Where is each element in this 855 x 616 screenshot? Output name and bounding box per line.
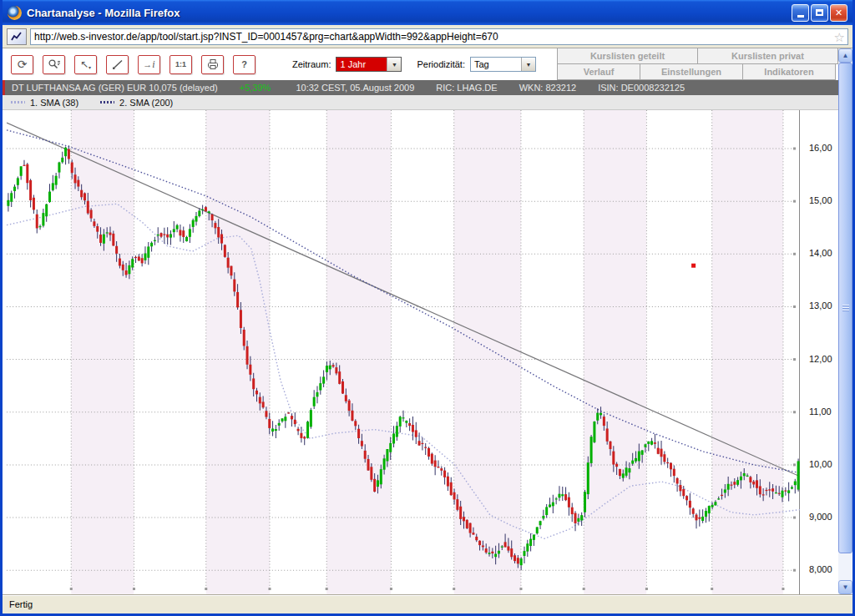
tab-kurslisten-geteilt[interactable]: Kurslisten geteilt	[557, 48, 698, 64]
refresh-tool-button[interactable]: ⟳	[11, 55, 33, 74]
chevron-down-icon: ▼	[387, 58, 401, 71]
close-button[interactable]: ✕	[830, 4, 847, 22]
chart-legend: 1. SMA (38)2. SMA (200)	[3, 95, 838, 110]
one-to-one-icon: 1:1	[175, 60, 186, 68]
trendline-tool-button[interactable]	[106, 55, 129, 74]
legend-swatch-icon	[100, 101, 114, 104]
info-tool-button[interactable]: →i	[138, 55, 160, 74]
tab-indikatoren[interactable]: Indikatoren	[742, 63, 836, 80]
arrow-down-icon: ▼	[842, 583, 849, 591]
legend-item-sma200: 2. SMA (200)	[100, 98, 173, 108]
window-title: Chartanalyse - Mozilla Firefox	[27, 7, 180, 19]
ric-code: RIC: LHAG.DE	[436, 83, 497, 93]
zeitraum-select[interactable]: 1 Jahr ▼	[336, 57, 402, 72]
y-axis-label: 15,00	[809, 195, 832, 205]
pointer-icon: ↖▾	[80, 58, 91, 70]
print-tool-button[interactable]	[201, 55, 224, 74]
maximize-icon	[816, 9, 823, 16]
right-tab-buttons: Kurslisten geteiltKurslisten privat Verl…	[558, 48, 838, 80]
status-bar: Fertig	[3, 594, 852, 613]
y-axis-label: 9,000	[809, 512, 832, 522]
url-toolbar: ☆	[3, 25, 852, 48]
y-axis-label: 10,00	[809, 459, 832, 469]
refresh-icon: ⟳	[18, 58, 28, 71]
scrollbar-track[interactable]	[838, 553, 852, 580]
y-axis-label: 13,00	[809, 300, 832, 311]
chevron-down-icon: ▼	[521, 58, 535, 71]
maximize-button[interactable]	[811, 4, 828, 22]
y-axis-label: 11,00	[809, 406, 832, 417]
instrument-info-bar: DT LUFTHANSA AG (GER) EUR 10,075 (delaye…	[3, 80, 838, 95]
firefox-icon	[8, 6, 22, 20]
chart-area: 16,0015,0014,0013,0012,0011,0010,009,000…	[3, 110, 838, 594]
tab-einstellungen[interactable]: Einstellungen	[640, 63, 743, 80]
pointer-tool-button[interactable]: ↖▾	[74, 55, 97, 74]
chart-plot[interactable]	[7, 110, 800, 594]
y-axis-label: 12,00	[809, 354, 832, 364]
help-icon: ?	[241, 59, 247, 69]
scrollbar-thumb[interactable]	[838, 63, 852, 553]
chart-favicon-icon	[10, 31, 23, 42]
scroll-down-button[interactable]: ▼	[838, 580, 852, 594]
periodizitaet-select[interactable]: Tag ▼	[470, 57, 536, 72]
instrument-name: DT LUFTHANSA AG (GER) EUR 10,075 (delaye…	[12, 83, 218, 93]
y-axis-label: 14,00	[809, 248, 832, 258]
tab-verlauf[interactable]: Verlauf	[557, 63, 640, 80]
legend-label: 1. SMA (38)	[30, 98, 78, 108]
status-text: Fertig	[9, 599, 33, 609]
tab-kurslisten-privat[interactable]: Kurslisten privat	[697, 48, 838, 64]
url-input[interactable]	[31, 30, 847, 43]
quote-datetime: 10:32 CEST, 05.August 2009	[296, 83, 414, 93]
legend-label: 2. SMA (200)	[119, 98, 173, 108]
browser-viewport: ⟳↖▾→i1:1? Zeitraum: 1 Jahr ▼ Periodizitä…	[3, 48, 852, 594]
bookmark-star-icon[interactable]: ☆	[834, 29, 845, 46]
zoom-icon	[48, 58, 61, 70]
vertical-scrollbar: ▲ ▼	[838, 48, 852, 594]
arrow-up-icon: ▲	[842, 52, 849, 59]
tool-buttons: ⟳↖▾→i1:1?	[11, 55, 255, 74]
chart-app: ⟳↖▾→i1:1? Zeitraum: 1 Jahr ▼ Periodizitä…	[3, 48, 838, 594]
periodizitaet-value: Tag	[471, 58, 521, 71]
app-toolbar: ⟳↖▾→i1:1? Zeitraum: 1 Jahr ▼ Periodizitä…	[3, 48, 838, 80]
y-axis-label: 16,00	[809, 143, 832, 153]
site-favicon[interactable]	[7, 28, 27, 45]
change-percent: +5,39%	[240, 83, 271, 93]
zeitraum-label: Zeitraum:	[292, 59, 331, 69]
browser-window: Chartanalyse - Mozilla Firefox ✕ ☆ ⟳↖▾→i…	[0, 0, 855, 616]
isin-code: ISIN: DE0008232125	[598, 83, 685, 93]
legend-swatch-icon	[11, 101, 25, 104]
info-arrow-icon: →i	[143, 58, 154, 71]
print-icon	[206, 58, 220, 70]
close-icon: ✕	[835, 8, 842, 18]
thumb-grip-icon	[842, 305, 849, 312]
title-bar: Chartanalyse - Mozilla Firefox ✕	[3, 0, 852, 25]
help-tool-button[interactable]: ?	[233, 55, 255, 74]
minimize-icon	[797, 15, 804, 18]
price-axis: 16,0015,0014,0013,0012,0011,0010,009,000…	[800, 110, 838, 594]
url-field: ☆	[30, 28, 848, 45]
line-tool-icon	[111, 58, 124, 70]
minimize-button[interactable]	[792, 4, 809, 22]
wkn-code: WKN: 823212	[519, 83, 576, 93]
zoom-tool-button[interactable]	[43, 55, 65, 74]
scroll-up-button[interactable]: ▲	[838, 48, 852, 63]
y-axis-label: 8,000	[809, 564, 832, 574]
periodizitaet-label: Periodizität:	[417, 59, 464, 69]
one-to-one-tool-button[interactable]: 1:1	[169, 55, 192, 74]
legend-item-sma38: 1. SMA (38)	[11, 98, 78, 108]
zeitraum-value: 1 Jahr	[336, 58, 387, 71]
